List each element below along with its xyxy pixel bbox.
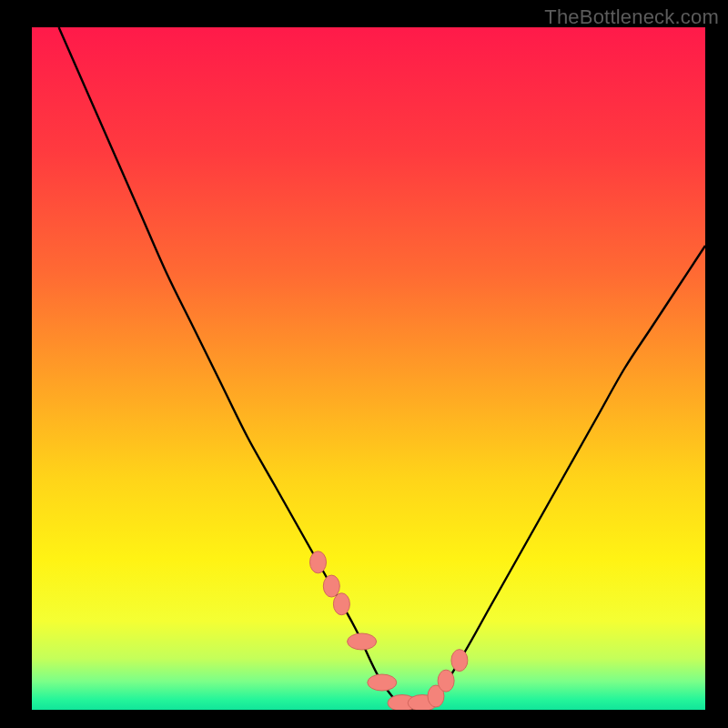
bottleneck-chart [0,0,728,728]
optimal-marker [348,633,377,650]
optimal-marker [368,674,397,691]
optimal-marker [438,670,454,692]
optimal-marker [310,551,327,573]
chart-frame: TheBottleneck.com [0,0,728,728]
watermark-label: TheBottleneck.com [544,5,719,29]
optimal-marker [333,593,349,615]
gradient-background [32,27,705,710]
optimal-marker [323,575,339,597]
optimal-marker [451,650,468,672]
